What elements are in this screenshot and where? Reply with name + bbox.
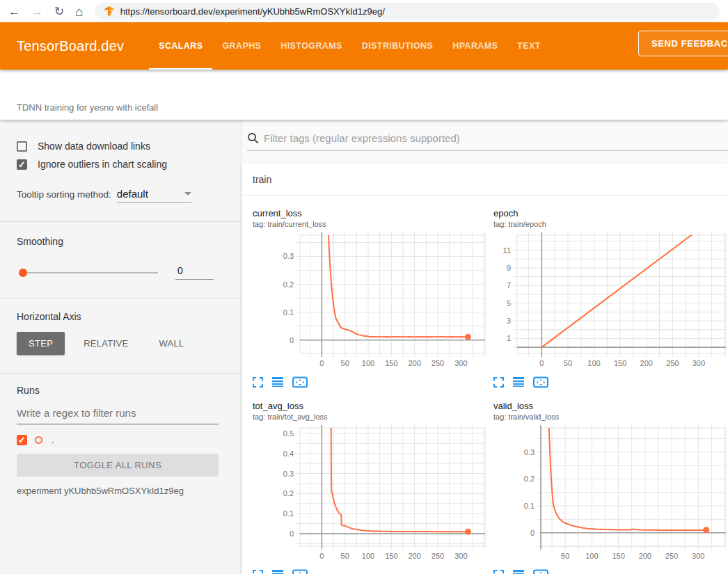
chart-plot-valid_loss[interactable]: 5010015020025030000.10.20.3 bbox=[493, 425, 728, 564]
chart-plot-tot_avg_loss[interactable]: 05010015020025030000.10.20.30.40.5 bbox=[253, 425, 488, 564]
tab-text[interactable]: TEXT bbox=[507, 22, 551, 70]
svg-text:150: 150 bbox=[614, 359, 626, 367]
chart-tag: tag: train/tot_avg_loss bbox=[253, 413, 488, 421]
forward-icon[interactable]: → bbox=[31, 6, 43, 17]
tab-hparams[interactable]: HPARAMS bbox=[443, 22, 507, 70]
show-download-links-checkbox[interactable] bbox=[17, 141, 27, 152]
svg-text:250: 250 bbox=[432, 552, 444, 560]
chart-plot-epoch[interactable]: 0501001502002503001357911 bbox=[493, 232, 728, 372]
tab-scalars[interactable]: SCALARS bbox=[149, 22, 212, 70]
svg-text:0.3: 0.3 bbox=[283, 470, 294, 478]
sidebar-divider bbox=[0, 221, 241, 222]
svg-text:200: 200 bbox=[408, 359, 420, 367]
expand-icon[interactable] bbox=[493, 570, 504, 574]
app-header: TensorBoard.dev SCALARSGRAPHSHISTOGRAMSD… bbox=[0, 22, 728, 70]
svg-text:100: 100 bbox=[585, 552, 598, 560]
expand-icon[interactable] bbox=[253, 377, 263, 388]
brand-title: TensorBoard.dev bbox=[17, 38, 124, 54]
chart-title: tot_avg_loss bbox=[253, 401, 488, 411]
fit-domain-icon[interactable] bbox=[292, 569, 308, 574]
tooltip-sorting-value: default bbox=[117, 188, 148, 200]
svg-text:0.1: 0.1 bbox=[283, 509, 294, 518]
chart-toolbar bbox=[253, 567, 488, 574]
send-feedback-button[interactable]: SEND FEEDBACK bbox=[638, 31, 728, 56]
browser-toolbar: ← → ↻ ⌂ https://tensorboard.dev/experime… bbox=[0, 0, 728, 22]
svg-text:200: 200 bbox=[408, 552, 420, 560]
tooltip-sorting-label: Tooltip sorting method: bbox=[17, 189, 111, 200]
svg-text:0: 0 bbox=[290, 336, 294, 344]
experiment-bar: TDNN training for yesno with icefall bbox=[0, 70, 728, 120]
svg-text:0.1: 0.1 bbox=[524, 502, 535, 510]
tab-distributions[interactable]: DISTRIBUTIONS bbox=[352, 22, 443, 70]
tab-graphs[interactable]: GRAPHS bbox=[212, 22, 271, 70]
svg-text:0.1: 0.1 bbox=[283, 308, 294, 317]
horizontal-axis-label: Horizontal Axis bbox=[17, 311, 219, 322]
show-download-links-label: Show data download links bbox=[38, 141, 150, 152]
axis-option-wall[interactable]: WALL bbox=[147, 332, 196, 355]
svg-text:50: 50 bbox=[341, 359, 349, 367]
address-bar[interactable]: https://tensorboard.dev/experiment/yKUbh… bbox=[95, 3, 720, 19]
ignore-outliers-checkbox[interactable] bbox=[17, 159, 27, 170]
svg-text:150: 150 bbox=[385, 359, 397, 367]
log-scale-toggle-icon[interactable] bbox=[272, 376, 283, 388]
train-section-card: train current_losstag: train/current_los… bbox=[242, 164, 728, 574]
axis-option-relative[interactable]: RELATIVE bbox=[72, 332, 140, 355]
expand-icon[interactable] bbox=[493, 377, 504, 388]
run-color-swatch bbox=[35, 436, 42, 444]
svg-text:50: 50 bbox=[561, 552, 569, 560]
home-icon[interactable]: ⌂ bbox=[75, 5, 83, 18]
fit-domain-icon[interactable] bbox=[533, 569, 548, 574]
show-download-links-row[interactable]: Show data download links bbox=[17, 141, 219, 152]
runs-filter-input[interactable] bbox=[17, 404, 219, 424]
nav-tabs: SCALARSGRAPHSHISTOGRAMSDISTRIBUTIONSHPAR… bbox=[149, 22, 551, 70]
svg-text:150: 150 bbox=[385, 552, 397, 560]
smoothing-slider[interactable] bbox=[20, 272, 158, 273]
run-row[interactable]: . bbox=[17, 435, 219, 445]
tab-histograms[interactable]: HISTOGRAMS bbox=[271, 22, 352, 70]
svg-text:0.4: 0.4 bbox=[283, 449, 294, 458]
experiment-id-label: experiment yKUbhb5wRmOSXYkId1z9eg bbox=[17, 486, 219, 496]
settings-sidebar: Show data download links Ignore outliers… bbox=[0, 120, 242, 574]
svg-text:250: 250 bbox=[432, 359, 444, 367]
expand-icon[interactable] bbox=[253, 570, 263, 574]
reload-icon[interactable]: ↻ bbox=[54, 6, 64, 17]
svg-text:0.3: 0.3 bbox=[283, 252, 294, 260]
run-checkbox[interactable] bbox=[17, 435, 27, 445]
chart-card-epoch: epochtag: train/epoch0501001502002503001… bbox=[493, 208, 728, 390]
experiment-title: TDNN training for yesno with icefall bbox=[17, 102, 158, 113]
url-text: https://tensorboard.dev/experiment/yKUbh… bbox=[120, 6, 385, 17]
smoothing-value-input[interactable]: 0 bbox=[175, 265, 214, 280]
chart-title: epoch bbox=[493, 208, 728, 218]
section-header-train[interactable]: train bbox=[242, 164, 728, 196]
axis-option-step[interactable]: STEP bbox=[17, 332, 65, 355]
chart-card-tot_avg_loss: tot_avg_losstag: train/tot_avg_loss05010… bbox=[253, 401, 488, 574]
log-scale-toggle-icon[interactable] bbox=[513, 569, 524, 574]
tooltip-sorting-dropdown[interactable]: default bbox=[117, 188, 191, 203]
chart-tag: tag: train/current_loss bbox=[253, 220, 488, 228]
charts-grid: current_losstag: train/current_loss05010… bbox=[242, 196, 728, 574]
svg-text:9: 9 bbox=[507, 264, 511, 272]
chart-toolbar bbox=[493, 567, 728, 574]
log-scale-toggle-icon[interactable] bbox=[272, 569, 283, 574]
chart-plot-current_loss[interactable]: 05010015020025030000.10.20.3 bbox=[253, 232, 488, 372]
fit-domain-icon[interactable] bbox=[292, 376, 308, 388]
svg-text:11: 11 bbox=[503, 246, 511, 255]
svg-text:0: 0 bbox=[290, 529, 294, 538]
run-name: . bbox=[52, 435, 54, 445]
search-icon bbox=[247, 132, 259, 144]
svg-text:1: 1 bbox=[507, 334, 511, 342]
svg-text:3: 3 bbox=[507, 317, 511, 325]
filter-tags-input[interactable] bbox=[264, 132, 728, 144]
ignore-outliers-row[interactable]: Ignore outliers in chart scaling bbox=[17, 159, 219, 170]
toggle-all-runs-button[interactable]: TOGGLE ALL RUNS bbox=[17, 454, 219, 477]
fit-domain-icon[interactable] bbox=[533, 376, 548, 388]
smoothing-slider-thumb[interactable] bbox=[19, 269, 27, 277]
runs-label: Runs bbox=[17, 385, 219, 396]
svg-text:300: 300 bbox=[454, 552, 467, 560]
ignore-outliers-label: Ignore outliers in chart scaling bbox=[38, 159, 167, 170]
chart-tag: tag: train/valid_loss bbox=[493, 413, 728, 421]
log-scale-toggle-icon[interactable] bbox=[513, 376, 524, 388]
svg-text:50: 50 bbox=[341, 552, 349, 560]
chart-toolbar bbox=[253, 374, 488, 390]
back-icon[interactable]: ← bbox=[8, 6, 20, 17]
